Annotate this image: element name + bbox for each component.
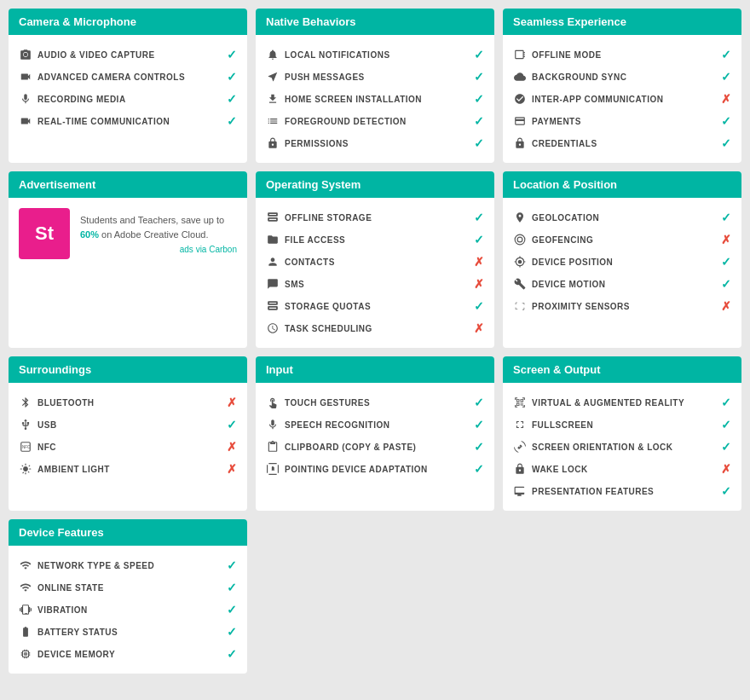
- feature-label: OFFLINE STORAGE: [285, 213, 469, 223]
- feature-label: BACKGROUND SYNC: [532, 72, 716, 82]
- speech-icon: [266, 418, 280, 431]
- list-item: DEVICE MEMORY ✓: [19, 643, 237, 665]
- feature-label: FOREGROUND DETECTION: [285, 117, 469, 126]
- ambient-light-icon: [19, 462, 32, 476]
- card-header-seamless-experience: Seamless Experience: [503, 9, 741, 35]
- credentials-icon: [513, 136, 527, 150]
- card-header-native-behaviors: Native Behaviors: [256, 9, 494, 35]
- feature-label: USB: [38, 420, 222, 430]
- feature-label: SMS: [285, 280, 469, 289]
- feature-label: REAL-TIME COMMUNICATION: [38, 117, 222, 126]
- status-check: ✓: [227, 418, 237, 431]
- list-item: SCREEN ORIENTATION & LOCK ✓: [513, 436, 731, 458]
- feature-label: NFC: [38, 443, 222, 452]
- feature-label: DEVICE MOTION: [532, 280, 716, 289]
- feature-label: GEOFENCING: [532, 235, 716, 245]
- feature-label: STORAGE QUOTAS: [285, 302, 469, 311]
- feature-label: GEOLOCATION: [532, 213, 716, 223]
- status-cross: ✗: [474, 277, 484, 291]
- card-camera-microphone: Camera & Microphone AUDIO & VIDEO CAPTUR…: [9, 9, 247, 163]
- list-item: REAL-TIME COMMUNICATION ✓: [19, 110, 237, 132]
- geolocation-icon: [513, 211, 527, 224]
- status-check: ✓: [474, 211, 484, 224]
- card-body-surroundings: BLUETOOTH ✗ USB ✓ NFC NFC ✗: [9, 383, 247, 489]
- feature-label: TASK SCHEDULING: [285, 324, 469, 333]
- list-item: SMS ✗: [266, 273, 484, 295]
- card-body-device-features: NETWORK TYPE & SPEED ✓ ONLINE STATE ✓ VI…: [9, 546, 247, 674]
- status-check: ✓: [227, 625, 237, 639]
- card-surroundings: Surroundings BLUETOOTH ✗ USB ✓ NFC: [9, 356, 247, 511]
- list-item: DEVICE MOTION ✓: [513, 273, 731, 295]
- status-check: ✓: [721, 440, 731, 454]
- feature-label: PERMISSIONS: [285, 139, 469, 148]
- list-item: VIRTUAL & AUGMENTED REALITY ✓: [513, 391, 731, 414]
- list-item: TOUCH GESTURES ✓: [266, 391, 484, 414]
- status-cross: ✗: [474, 321, 484, 335]
- network-icon: [19, 558, 32, 572]
- list-item: HOME SCREEN INSTALLATION ✓: [266, 88, 484, 110]
- card-body-native-behaviors: LOCAL NOTIFICATIONS ✓ PUSH MESSAGES ✓ HO…: [256, 35, 494, 163]
- feature-label: AMBIENT LIGHT: [38, 465, 222, 474]
- status-check: ✓: [721, 418, 731, 431]
- interapp-icon: [513, 92, 527, 106]
- status-check: ✓: [721, 70, 731, 84]
- list-item: FOREGROUND DETECTION ✓: [266, 110, 484, 132]
- list-item: LOCAL NOTIFICATIONS ✓: [266, 43, 484, 66]
- video-camera-icon: [19, 70, 32, 84]
- status-check: ✓: [721, 255, 731, 269]
- list-item: GEOFENCING ✗: [513, 229, 731, 251]
- list-item: PERMISSIONS ✓: [266, 132, 484, 154]
- card-body-advertisement: St Students and Teachers, save up to 60%…: [9, 198, 247, 269]
- status-check: ✓: [721, 484, 731, 498]
- card-body-input: TOUCH GESTURES ✓ SPEECH RECOGNITION ✓ CL…: [256, 383, 494, 489]
- status-check: ✓: [474, 418, 484, 431]
- list-item: BATTERY STATUS ✓: [19, 621, 237, 643]
- status-check: ✓: [227, 603, 237, 616]
- main-grid: Camera & Microphone AUDIO & VIDEO CAPTUR…: [9, 9, 741, 674]
- list-item: ADVANCED CAMERA CONTROLS ✓: [19, 66, 237, 88]
- clipboard-icon: [266, 440, 280, 454]
- feature-label: INTER-APP COMMUNICATION: [532, 95, 716, 104]
- status-check: ✓: [227, 647, 237, 661]
- pointing-device-icon: [266, 462, 280, 476]
- fullscreen-icon: [513, 418, 527, 431]
- feature-label: ADVANCED CAMERA CONTROLS: [38, 72, 222, 82]
- feature-label: WAKE LOCK: [532, 465, 716, 474]
- feature-label: LOCAL NOTIFICATIONS: [285, 50, 469, 60]
- list-item: NFC NFC ✗: [19, 436, 237, 458]
- list-item: CREDENTIALS ✓: [513, 132, 731, 154]
- card-header-location-position: Location & Position: [503, 171, 741, 198]
- feature-label: PRESENTATION FEATURES: [532, 487, 716, 496]
- feature-label: CONTACTS: [285, 257, 469, 267]
- svg-point-0: [24, 53, 28, 57]
- feature-label: DEVICE MEMORY: [38, 650, 222, 659]
- list-item: WAKE LOCK ✗: [513, 458, 731, 480]
- status-check: ✓: [474, 440, 484, 454]
- sms-icon: [266, 277, 280, 291]
- status-check: ✓: [227, 581, 237, 594]
- status-cross: ✗: [721, 92, 731, 106]
- schedule-icon: [266, 321, 280, 335]
- svg-point-2: [517, 237, 522, 242]
- storage-icon: [266, 211, 280, 224]
- orientation-icon: [513, 440, 527, 454]
- list-item: PAYMENTS ✓: [513, 110, 731, 132]
- svg-text:NFC: NFC: [22, 445, 31, 449]
- feature-label: PROXIMITY SENSORS: [532, 302, 716, 311]
- status-cross: ✗: [227, 462, 237, 476]
- card-body-seamless-experience: OFFLINE MODE ✓ BACKGROUND SYNC ✓ INTER-A…: [503, 35, 741, 163]
- list-item: OFFLINE STORAGE ✓: [266, 206, 484, 229]
- status-cross: ✗: [227, 440, 237, 454]
- list-item: AUDIO & VIDEO CAPTURE ✓: [19, 43, 237, 66]
- status-check: ✓: [474, 136, 484, 150]
- list-item: FILE ACCESS ✓: [266, 229, 484, 251]
- list-item: AMBIENT LIGHT ✗: [19, 458, 237, 480]
- feature-label: VIBRATION: [38, 605, 222, 615]
- feature-label: FILE ACCESS: [285, 235, 469, 245]
- feature-label: RECORDING MEDIA: [38, 95, 222, 104]
- status-check: ✓: [227, 558, 237, 572]
- ad-via[interactable]: ads via Carbon: [80, 245, 237, 254]
- ad-logo[interactable]: St: [19, 208, 70, 259]
- list-item: SPEECH RECOGNITION ✓: [266, 414, 484, 436]
- card-header-surroundings: Surroundings: [9, 356, 247, 383]
